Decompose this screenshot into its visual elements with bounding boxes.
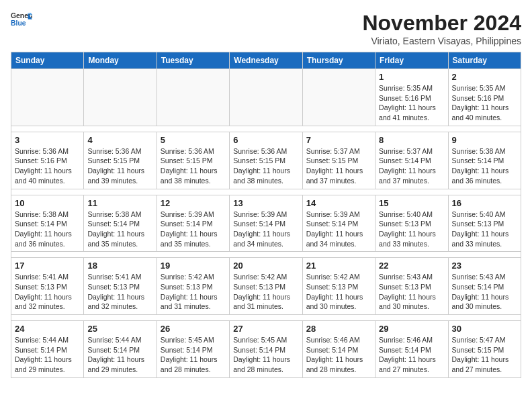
svg-text:Blue: Blue bbox=[11, 19, 26, 27]
day-number: 4 bbox=[87, 135, 152, 145]
calendar-cell bbox=[157, 69, 229, 126]
calendar-cell: 13Sunrise: 5:39 AM Sunset: 5:14 PM Dayli… bbox=[230, 195, 302, 252]
header: General Blue November 2024 Viriato, East… bbox=[11, 11, 521, 46]
day-number: 25 bbox=[87, 324, 152, 334]
day-info: Sunrise: 5:41 AM Sunset: 5:13 PM Dayligh… bbox=[15, 272, 80, 312]
calendar-table: SundayMondayTuesdayWednesdayThursdayFrid… bbox=[11, 52, 521, 378]
day-info: Sunrise: 5:42 AM Sunset: 5:13 PM Dayligh… bbox=[161, 272, 226, 312]
weekday-header-saturday: Saturday bbox=[448, 52, 521, 69]
day-info: Sunrise: 5:41 AM Sunset: 5:13 PM Dayligh… bbox=[87, 272, 152, 312]
day-info: Sunrise: 5:38 AM Sunset: 5:14 PM Dayligh… bbox=[15, 210, 80, 249]
day-number: 1 bbox=[379, 72, 444, 82]
day-number: 18 bbox=[87, 261, 152, 271]
day-number: 28 bbox=[306, 324, 371, 334]
calendar-header-row: SundayMondayTuesdayWednesdayThursdayFrid… bbox=[11, 52, 521, 69]
day-number: 7 bbox=[306, 135, 371, 145]
calendar-cell: 16Sunrise: 5:40 AM Sunset: 5:13 PM Dayli… bbox=[448, 195, 521, 252]
day-number: 30 bbox=[452, 324, 517, 334]
day-number: 21 bbox=[306, 261, 371, 271]
day-info: Sunrise: 5:46 AM Sunset: 5:14 PM Dayligh… bbox=[379, 335, 444, 375]
calendar-cell: 4Sunrise: 5:36 AM Sunset: 5:15 PM Daylig… bbox=[84, 132, 157, 189]
weekday-header-tuesday: Tuesday bbox=[157, 52, 229, 69]
week-spacer bbox=[11, 126, 521, 132]
day-number: 19 bbox=[161, 261, 226, 271]
calendar-cell: 23Sunrise: 5:43 AM Sunset: 5:14 PM Dayli… bbox=[448, 258, 521, 315]
day-info: Sunrise: 5:35 AM Sunset: 5:16 PM Dayligh… bbox=[379, 83, 444, 123]
calendar-cell: 10Sunrise: 5:38 AM Sunset: 5:14 PM Dayli… bbox=[11, 195, 84, 252]
calendar-cell: 9Sunrise: 5:38 AM Sunset: 5:14 PM Daylig… bbox=[448, 132, 521, 189]
calendar-cell: 7Sunrise: 5:37 AM Sunset: 5:15 PM Daylig… bbox=[302, 132, 375, 189]
calendar-cell bbox=[11, 69, 84, 126]
calendar-cell: 30Sunrise: 5:47 AM Sunset: 5:15 PM Dayli… bbox=[448, 321, 521, 378]
calendar-cell: 1Sunrise: 5:35 AM Sunset: 5:16 PM Daylig… bbox=[375, 69, 448, 126]
day-number: 20 bbox=[233, 261, 298, 271]
calendar-cell: 28Sunrise: 5:46 AM Sunset: 5:14 PM Dayli… bbox=[302, 321, 375, 378]
calendar-cell: 20Sunrise: 5:42 AM Sunset: 5:13 PM Dayli… bbox=[230, 258, 302, 315]
title-area: November 2024 Viriato, Eastern Visayas, … bbox=[362, 11, 521, 46]
day-info: Sunrise: 5:38 AM Sunset: 5:14 PM Dayligh… bbox=[87, 210, 152, 249]
calendar-cell: 29Sunrise: 5:46 AM Sunset: 5:14 PM Dayli… bbox=[375, 321, 448, 378]
weekday-header-wednesday: Wednesday bbox=[230, 52, 302, 69]
day-info: Sunrise: 5:43 AM Sunset: 5:14 PM Dayligh… bbox=[452, 272, 517, 312]
day-info: Sunrise: 5:42 AM Sunset: 5:13 PM Dayligh… bbox=[306, 272, 371, 312]
location-title: Viriato, Eastern Visayas, Philippines bbox=[362, 36, 521, 46]
week-row-5: 24Sunrise: 5:44 AM Sunset: 5:14 PM Dayli… bbox=[11, 321, 521, 378]
day-number: 27 bbox=[233, 324, 298, 334]
calendar-cell: 26Sunrise: 5:45 AM Sunset: 5:14 PM Dayli… bbox=[157, 321, 229, 378]
calendar-cell bbox=[230, 69, 302, 126]
calendar-cell: 8Sunrise: 5:37 AM Sunset: 5:14 PM Daylig… bbox=[375, 132, 448, 189]
day-number: 11 bbox=[87, 198, 152, 208]
calendar-cell: 24Sunrise: 5:44 AM Sunset: 5:14 PM Dayli… bbox=[11, 321, 84, 378]
calendar-cell: 25Sunrise: 5:44 AM Sunset: 5:14 PM Dayli… bbox=[84, 321, 157, 378]
day-info: Sunrise: 5:37 AM Sunset: 5:15 PM Dayligh… bbox=[306, 146, 371, 186]
calendar-cell: 3Sunrise: 5:36 AM Sunset: 5:16 PM Daylig… bbox=[11, 132, 84, 189]
day-info: Sunrise: 5:36 AM Sunset: 5:15 PM Dayligh… bbox=[87, 146, 152, 186]
day-number: 17 bbox=[15, 261, 80, 271]
day-number: 12 bbox=[161, 198, 226, 208]
day-number: 13 bbox=[233, 198, 298, 208]
day-number: 26 bbox=[161, 324, 226, 334]
weekday-header-sunday: Sunday bbox=[11, 52, 84, 69]
weekday-header-thursday: Thursday bbox=[302, 52, 375, 69]
calendar-cell: 14Sunrise: 5:39 AM Sunset: 5:14 PM Dayli… bbox=[302, 195, 375, 252]
calendar-cell: 15Sunrise: 5:40 AM Sunset: 5:13 PM Dayli… bbox=[375, 195, 448, 252]
day-number: 15 bbox=[379, 198, 444, 208]
day-info: Sunrise: 5:44 AM Sunset: 5:14 PM Dayligh… bbox=[15, 335, 80, 375]
week-spacer bbox=[11, 252, 521, 258]
day-info: Sunrise: 5:40 AM Sunset: 5:13 PM Dayligh… bbox=[379, 210, 444, 249]
day-info: Sunrise: 5:47 AM Sunset: 5:15 PM Dayligh… bbox=[452, 335, 517, 375]
day-number: 3 bbox=[15, 135, 80, 145]
day-info: Sunrise: 5:45 AM Sunset: 5:14 PM Dayligh… bbox=[233, 335, 298, 375]
calendar-cell: 21Sunrise: 5:42 AM Sunset: 5:13 PM Dayli… bbox=[302, 258, 375, 315]
logo-icon: General Blue bbox=[11, 11, 32, 30]
day-number: 9 bbox=[452, 135, 517, 145]
calendar-cell: 18Sunrise: 5:41 AM Sunset: 5:13 PM Dayli… bbox=[84, 258, 157, 315]
weekday-header-friday: Friday bbox=[375, 52, 448, 69]
month-title: November 2024 bbox=[362, 11, 521, 36]
calendar-cell: 17Sunrise: 5:41 AM Sunset: 5:13 PM Dayli… bbox=[11, 258, 84, 315]
week-row-1: 1Sunrise: 5:35 AM Sunset: 5:16 PM Daylig… bbox=[11, 69, 521, 126]
day-info: Sunrise: 5:39 AM Sunset: 5:14 PM Dayligh… bbox=[233, 210, 298, 249]
calendar-cell: 22Sunrise: 5:43 AM Sunset: 5:13 PM Dayli… bbox=[375, 258, 448, 315]
calendar-cell: 27Sunrise: 5:45 AM Sunset: 5:14 PM Dayli… bbox=[230, 321, 302, 378]
weekday-header-monday: Monday bbox=[84, 52, 157, 69]
day-info: Sunrise: 5:36 AM Sunset: 5:15 PM Dayligh… bbox=[161, 146, 226, 186]
week-row-3: 10Sunrise: 5:38 AM Sunset: 5:14 PM Dayli… bbox=[11, 195, 521, 252]
week-spacer bbox=[11, 315, 521, 321]
calendar-cell bbox=[302, 69, 375, 126]
week-spacer bbox=[11, 189, 521, 195]
day-number: 29 bbox=[379, 324, 444, 334]
day-number: 5 bbox=[161, 135, 226, 145]
day-info: Sunrise: 5:40 AM Sunset: 5:13 PM Dayligh… bbox=[452, 210, 517, 249]
calendar-cell bbox=[84, 69, 157, 126]
logo: General Blue bbox=[11, 11, 32, 30]
calendar-cell: 12Sunrise: 5:39 AM Sunset: 5:14 PM Dayli… bbox=[157, 195, 229, 252]
day-info: Sunrise: 5:43 AM Sunset: 5:13 PM Dayligh… bbox=[379, 272, 444, 312]
day-number: 2 bbox=[452, 72, 517, 82]
day-number: 22 bbox=[379, 261, 444, 271]
day-number: 23 bbox=[452, 261, 517, 271]
day-number: 24 bbox=[15, 324, 80, 334]
day-info: Sunrise: 5:39 AM Sunset: 5:14 PM Dayligh… bbox=[306, 210, 371, 249]
calendar-cell: 6Sunrise: 5:36 AM Sunset: 5:15 PM Daylig… bbox=[230, 132, 302, 189]
day-info: Sunrise: 5:44 AM Sunset: 5:14 PM Dayligh… bbox=[87, 335, 152, 375]
